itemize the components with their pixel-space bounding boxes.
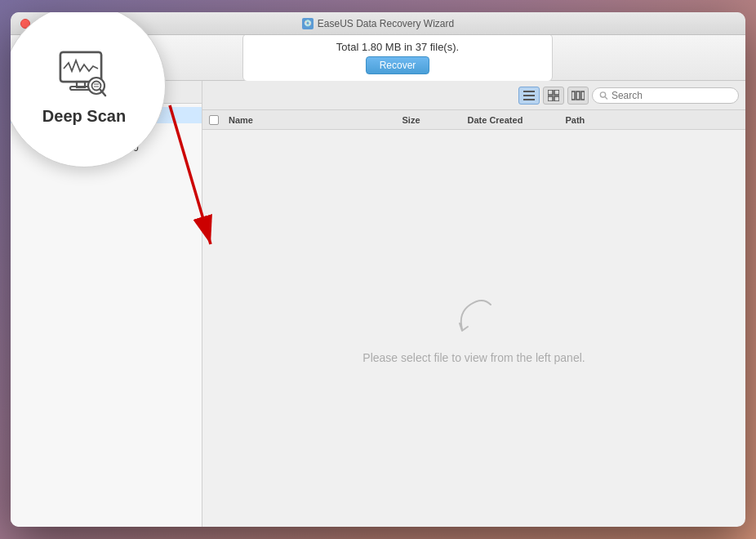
search-box[interactable] bbox=[592, 87, 739, 104]
svg-rect-4 bbox=[554, 90, 559, 95]
col-header-path[interactable]: Path bbox=[566, 115, 740, 125]
svg-rect-1 bbox=[523, 95, 535, 96]
svg-rect-0 bbox=[523, 91, 535, 92]
svg-rect-7 bbox=[571, 91, 575, 100]
tree-view[interactable]: ▼ NO NA... 2) bbox=[11, 104, 202, 527]
deep-scan-label: Deep Scan bbox=[42, 107, 126, 126]
deep-scan-icon bbox=[51, 47, 117, 104]
total-info: Total 1.80 MB in 37 file(s). bbox=[263, 41, 532, 53]
main-panel: Name Size Date Created Path Please selec… bbox=[202, 81, 745, 527]
header-checkbox-col bbox=[209, 115, 229, 125]
window-title: 💿 EaseUS Data Recovery Wizard bbox=[302, 18, 454, 29]
svg-line-11 bbox=[605, 96, 607, 99]
recover-button[interactable]: Recover bbox=[366, 56, 430, 74]
empty-state: Please select file to view from the left… bbox=[202, 130, 745, 527]
curved-arrow-icon bbox=[442, 292, 507, 341]
grid-view-button[interactable] bbox=[543, 87, 564, 105]
empty-message: Please select file to view from the left… bbox=[362, 351, 585, 364]
svg-rect-9 bbox=[581, 91, 585, 100]
table-header: Name Size Date Created Path bbox=[202, 110, 745, 130]
main-toolbar bbox=[202, 81, 745, 110]
list-view-button[interactable] bbox=[518, 87, 540, 105]
svg-rect-2 bbox=[523, 99, 535, 100]
col-header-size[interactable]: Size bbox=[402, 115, 468, 125]
svg-rect-3 bbox=[548, 90, 553, 95]
svg-point-10 bbox=[600, 91, 605, 96]
app-icon: 💿 bbox=[302, 18, 314, 29]
column-view-button[interactable] bbox=[567, 87, 589, 105]
col-header-name[interactable]: Name bbox=[229, 115, 402, 125]
col-header-date[interactable]: Date Created bbox=[468, 115, 566, 125]
info-box: Total 1.80 MB in 37 file(s). Recover bbox=[242, 33, 553, 82]
svg-rect-5 bbox=[548, 96, 553, 101]
app-window: 💿 EaseUS Data Recovery Wizard Home Total… bbox=[11, 12, 745, 527]
title-text: EaseUS Data Recovery Wizard bbox=[318, 18, 454, 29]
header-checkbox[interactable] bbox=[209, 115, 219, 125]
search-icon bbox=[599, 91, 608, 100]
svg-rect-8 bbox=[576, 91, 580, 100]
search-input[interactable] bbox=[611, 90, 732, 101]
svg-rect-6 bbox=[554, 96, 559, 101]
